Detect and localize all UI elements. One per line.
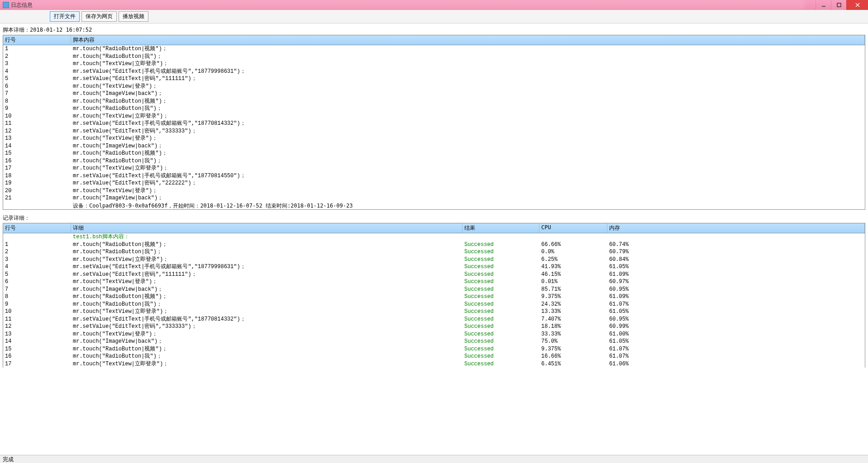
save-as-web-button[interactable]: 保存为网页 [81, 11, 117, 22]
line-number: 20 [3, 187, 71, 195]
line-number: 3 [3, 256, 71, 264]
result-value: Successed [463, 241, 539, 249]
memory-value: 61.05% [607, 308, 865, 316]
cpu-value: 0.01% [539, 278, 607, 286]
line-number: 16 [3, 353, 71, 360]
table-row[interactable]: 18mr.setValue("EditText|手机号或邮箱账号","18770… [3, 172, 865, 180]
table-row[interactable]: 17mr.touch("TextView|立即登录")； [3, 165, 865, 172]
line-number: 11 [3, 120, 71, 128]
detail-content: mr.touch("RadioButton|视频")； [71, 345, 463, 353]
table-row[interactable]: 3mr.touch("TextView|立即登录")；Successed6.25… [3, 256, 865, 264]
script-table: 行号 脚本内容 1mr.touch("RadioButton|视频")；2mr.… [3, 35, 865, 210]
script-content: mr.touch("ImageView|back")； [71, 142, 865, 150]
line-number: 21 [3, 194, 71, 202]
play-video-button[interactable]: 播放视频 [119, 11, 148, 22]
line-number: 4 [3, 263, 71, 271]
line-number: 14 [3, 142, 71, 150]
table-row[interactable]: 12mr.setValue("EditText|密码","333333")；Su… [3, 323, 865, 331]
script-detail-label: 脚本详细：2018-01-12 16:07:52 [3, 25, 865, 35]
table-row[interactable]: 7mr.touch("ImageView|back")； [3, 90, 865, 98]
app-icon [3, 2, 9, 8]
line-number: 3 [3, 60, 71, 68]
table-row[interactable]: 17mr.touch("TextView|立即登录")；Successed6.4… [3, 360, 865, 368]
col-line-no-2: 行号 [3, 223, 71, 233]
cpu-value: 33.33% [539, 331, 607, 338]
open-file-button[interactable]: 打开文件 [50, 11, 80, 22]
table-row[interactable]: 21mr.touch("ImageView|back")； [3, 194, 865, 202]
svg-rect-1 [837, 3, 841, 7]
detail-content: mr.setValue("EditText|手机号或邮箱账号","1877999… [71, 263, 463, 271]
table-row[interactable]: 8mr.touch("RadioButton|视频")； [3, 98, 865, 105]
table-row[interactable]: 13mr.touch("TextView|登录")； [3, 135, 865, 142]
table-row[interactable]: 13mr.touch("TextView|登录")；Successed33.33… [3, 331, 865, 338]
script-content: mr.touch("TextView|登录")； [71, 83, 865, 90]
table-row[interactable]: 10mr.touch("TextView|立即登录")； [3, 113, 865, 120]
device-info-row: 设备：CoolpadY803-9-0x0af6693f，开始时间：2018-01… [3, 202, 865, 210]
memory-value: 60.79% [607, 248, 865, 256]
detail-content: mr.touch("RadioButton|视频")； [71, 241, 463, 249]
table-row[interactable]: 11mr.setValue("EditText|手机号或邮箱账号","18770… [3, 316, 865, 323]
memory-value: 60.84% [607, 256, 865, 264]
line-number: 16 [3, 157, 71, 165]
table-row[interactable]: 5mr.setValue("EditText|密码","111111")；Suc… [3, 271, 865, 279]
table-row[interactable]: 15mr.touch("RadioButton|视频")；Successed9.… [3, 345, 865, 353]
table-row[interactable]: 20mr.touch("TextView|登录")； [3, 187, 865, 195]
script-content: mr.touch("TextView|立即登录")； [71, 113, 865, 120]
result-value: Successed [463, 278, 539, 286]
detail-content: mr.touch("RadioButton|我")； [71, 248, 463, 256]
line-number: 4 [3, 68, 71, 76]
result-value: Successed [463, 256, 539, 264]
table-row[interactable]: 8mr.touch("RadioButton|视频")；Successed9.3… [3, 293, 865, 301]
script-content: mr.touch("TextView|立即登录")； [71, 165, 865, 172]
detail-content: mr.setValue("EditText|密码","333333")； [71, 323, 463, 331]
table-row[interactable]: 2mr.touch("RadioButton|我")；Successed0.0%… [3, 248, 865, 256]
line-number: 9 [3, 105, 71, 113]
table-row[interactable]: 9mr.touch("RadioButton|我")； [3, 105, 865, 113]
table-row[interactable]: 6mr.touch("TextView|登录")；Successed0.01%6… [3, 278, 865, 286]
script-content: mr.touch("ImageView|back")； [71, 90, 865, 98]
detail-content: mr.touch("ImageView|back")； [71, 338, 463, 345]
maximize-button[interactable] [831, 0, 846, 10]
cpu-value: 9.375% [539, 293, 607, 301]
close-button[interactable] [846, 0, 868, 10]
table-row[interactable]: 19mr.setValue("EditText|密码","222222")； [3, 180, 865, 187]
table-row[interactable]: 2mr.touch("RadioButton|我")； [3, 53, 865, 61]
table-row[interactable]: 5mr.setValue("EditText|密码","111111")； [3, 75, 865, 83]
table-row[interactable]: 16mr.touch("RadioButton|我")； [3, 157, 865, 165]
script-content: mr.touch("TextView|登录")； [71, 135, 865, 142]
script-content: mr.touch("RadioButton|我")； [71, 105, 865, 113]
table-row[interactable]: 7mr.touch("ImageView|back")；Successed85.… [3, 286, 865, 293]
script-content: mr.touch("RadioButton|视频")； [71, 45, 865, 53]
table-row[interactable]: 11mr.setValue("EditText|手机号或邮箱账号","18770… [3, 120, 865, 128]
table-row[interactable]: 15mr.touch("RadioButton|视频")； [3, 150, 865, 157]
line-number: 6 [3, 278, 71, 286]
table-row[interactable]: 1mr.touch("RadioButton|视频")；Successed66.… [3, 241, 865, 249]
record-detail-label: 记录详细： [3, 213, 865, 223]
script-content: mr.touch("RadioButton|我")； [71, 53, 865, 61]
line-number: 6 [3, 83, 71, 90]
table-row[interactable]: 14mr.touch("ImageView|back")；Successed75… [3, 338, 865, 345]
table-row[interactable]: 4mr.setValue("EditText|手机号或邮箱账号","187799… [3, 68, 865, 76]
line-number: 11 [3, 316, 71, 323]
table-row[interactable]: 12mr.setValue("EditText|密码","333333")； [3, 128, 865, 135]
table-row[interactable]: 14mr.touch("ImageView|back")； [3, 142, 865, 150]
table-row[interactable]: 1mr.touch("RadioButton|视频")； [3, 45, 865, 53]
col-detail: 详细 [71, 223, 463, 233]
window-title: 日志信息 [11, 1, 33, 9]
line-number: 7 [3, 90, 71, 98]
detail-content: mr.setValue("EditText|手机号或邮箱账号","1877081… [71, 316, 463, 323]
memory-value: 61.06% [607, 360, 865, 368]
result-value: Successed [463, 338, 539, 345]
table-row[interactable]: 6mr.touch("TextView|登录")； [3, 83, 865, 90]
minimize-button[interactable] [816, 0, 831, 10]
table-row[interactable]: 4mr.setValue("EditText|手机号或邮箱账号","187799… [3, 263, 865, 271]
detail-content: mr.touch("ImageView|back")； [71, 286, 463, 293]
table-row[interactable]: 3mr.touch("TextView|立即登录")； [3, 60, 865, 68]
table-row[interactable]: 10mr.touch("TextView|立即登录")；Successed13.… [3, 308, 865, 316]
table-row[interactable]: 16mr.touch("RadioButton|我")；Successed16.… [3, 353, 865, 360]
table-row[interactable]: 9mr.touch("RadioButton|我")；Successed24.3… [3, 301, 865, 308]
script-table-header: 行号 脚本内容 [3, 35, 865, 45]
record-table: 行号 详细 结果 CPU 内存 test1.bsh脚本内容： 1mr.touch… [3, 223, 865, 368]
cpu-value: 41.93% [539, 263, 607, 271]
line-number: 1 [3, 45, 71, 53]
